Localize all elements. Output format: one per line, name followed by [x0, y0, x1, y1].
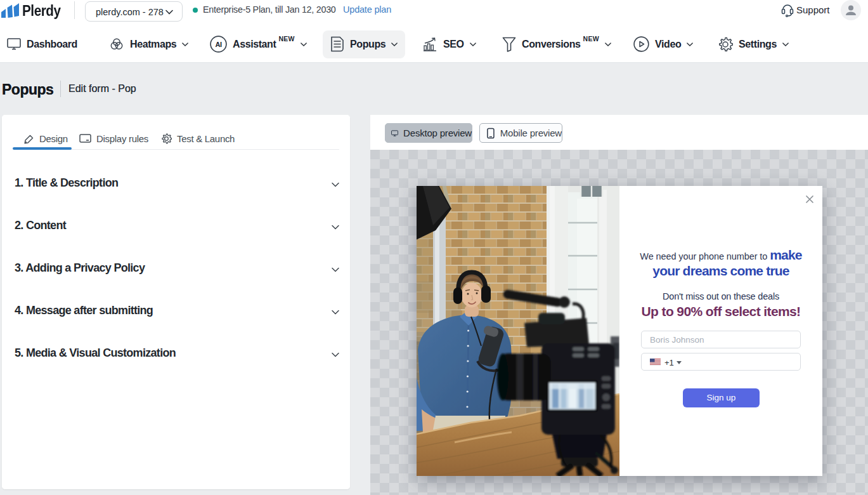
svg-text:AI: AI [215, 41, 222, 48]
